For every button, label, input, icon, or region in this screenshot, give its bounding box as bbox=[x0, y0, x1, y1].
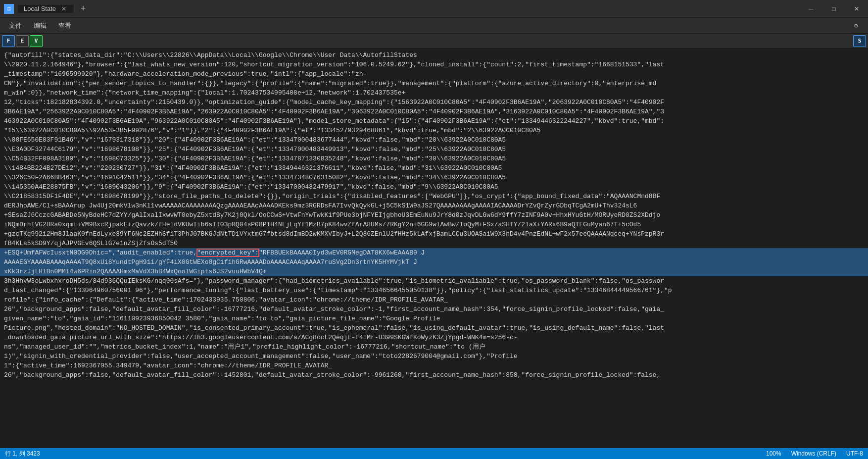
minimize-button[interactable]: ─ bbox=[800, 0, 822, 18]
code-line: _timestamp":"1696599920"},"hardware_acce… bbox=[0, 69, 868, 79]
status-bar: 行 1, 列 3423 100% Windows (CRLF) UTF-8 bbox=[0, 448, 868, 459]
code-line: \\2020.11.2.164946"},"browser":{"last_wh… bbox=[0, 60, 868, 69]
code-line: 3h3HhvW3oLwbxhxroDH5ds/84d936QQuIEksKG/n… bbox=[0, 276, 868, 286]
status-bar-right: 100% Windows (CRLF) UTF-8 bbox=[766, 450, 863, 457]
code-line: \\145350A4E28875FB","v":"1689043206"}},"… bbox=[0, 182, 868, 192]
cursor-position: 行 1, 列 3423 bbox=[5, 450, 40, 458]
code-line: _downloaded_gaia_picture_url_with_size":… bbox=[0, 333, 868, 342]
syntax-button[interactable]: S bbox=[853, 35, 866, 47]
code-line: dERJhoAWE/Cl+sBAAArup Jw4Uj20mkVlw3nKl1v… bbox=[0, 201, 868, 210]
code-line: \\E3A0DF32744C6179","v":"1698678108"}},"… bbox=[0, 145, 868, 154]
code-line: \\08FE650E83F91B46","v":"1679317318"}},"… bbox=[0, 135, 868, 145]
menu-file[interactable]: 文件 bbox=[4, 19, 27, 32]
code-line: 1)","signin_with_credential_provider":fa… bbox=[0, 352, 868, 361]
code-line: rofile":{"info_cache":{"Default":{"activ… bbox=[0, 295, 868, 305]
format-button[interactable]: F bbox=[2, 35, 15, 47]
settings-icon[interactable]: ⚙ bbox=[848, 18, 864, 34]
code-editor[interactable]: {"autofill":{"states_data_dir":"C:\\User… bbox=[0, 49, 868, 448]
new-tab-button[interactable]: + bbox=[76, 2, 90, 16]
code-line: 463922A0C010C80A5":"4F40902F3B6AE19A","9… bbox=[0, 116, 868, 126]
menu-view[interactable]: 查看 bbox=[53, 19, 76, 32]
code-line: \\C21858315DF1F4DE","v":"1698678199"}},"… bbox=[0, 192, 868, 201]
app-icon: ≡ bbox=[4, 4, 14, 14]
code-line: 1":{"active_time":1692367055.349479,"ava… bbox=[0, 361, 868, 370]
tab-title: Local State bbox=[24, 5, 56, 12]
view-button[interactable]: V bbox=[30, 35, 43, 47]
close-button[interactable]: ✕ bbox=[845, 0, 868, 18]
code-line: "15\\63922A0C010C80A5\\92A53F3B5F992876"… bbox=[0, 126, 868, 135]
code-line: 26","background_apps":false,"default_ava… bbox=[0, 370, 868, 380]
code-line: xKk3rzJjLHlBn0MMl4w6PRin2QAAAAHmxMaVdX3h… bbox=[0, 267, 868, 276]
code-line: CN"},"invalidation":{"per_sender_topics_… bbox=[0, 79, 868, 88]
toolbar: F E V S bbox=[0, 34, 868, 49]
code-line: +ESQ+UmfAFWcIusxtN0OG9Dhic=","audit_enab… bbox=[0, 248, 868, 257]
menu-edit[interactable]: 编辑 bbox=[29, 19, 51, 32]
window-controls: ─ □ ✕ bbox=[800, 0, 868, 17]
encoding: UTF-8 bbox=[846, 450, 863, 457]
code-line: 26","background_apps":false,"default_ava… bbox=[0, 305, 868, 314]
active-tab[interactable]: Local State ✕ bbox=[18, 5, 74, 13]
line-ending: Windows (CRLF) bbox=[791, 450, 836, 457]
code-line: Picture.png","hosted_domain":"NO_HOSTED_… bbox=[0, 323, 868, 333]
code-line: ns","managed_user_id":"","metrics_bucket… bbox=[0, 342, 868, 352]
zoom-level: 100% bbox=[766, 450, 781, 457]
title-bar: ≡ Local State ✕ + ─ □ ✕ bbox=[0, 0, 868, 18]
code-line: \\1484BB224B27DE12","v":"220230727"}},"3… bbox=[0, 163, 868, 173]
code-line: iNQmDrhIVG28Ra0xqmt+VM9BxcRjpakE+zQavzk/… bbox=[0, 220, 868, 229]
code-line: given_name":"to","gaia_id":"116110923936… bbox=[0, 314, 868, 323]
code-line: AAAAEGYAAAABAAAqAAAAT9Q8xUi8YundtPgH91i/… bbox=[0, 257, 868, 267]
menu-bar: 文件 编辑 查看 ⚙ bbox=[0, 18, 868, 34]
code-line: 3B6AE19A","2563922A0C010C80A5":"4F40902F… bbox=[0, 107, 868, 116]
code-line: d_last_changed":{"133064960756001 96"},"… bbox=[0, 286, 868, 295]
tab-area: Local State ✕ + bbox=[18, 2, 90, 16]
code-line: m_win":0}},"network_time":{"network_time… bbox=[0, 88, 868, 98]
encoding-button[interactable]: E bbox=[16, 35, 29, 47]
code-line: +SEsaZJ6CczcGABABDe5NyBdeHC7dZYY/gAlIxal… bbox=[0, 210, 868, 220]
code-line: \\C54B32FF098A3180","v":"1698073325"}},"… bbox=[0, 154, 868, 163]
code-line: fB4KLa5kSD9Y/qjAJPVGEv6QSLlG7e1nZSjZfsOs… bbox=[0, 239, 868, 248]
code-line: {"autofill":{"states_data_dir":"C:\\User… bbox=[0, 51, 868, 60]
code-line: 12,"ticks":182182834392.0,"uncertainty":… bbox=[0, 98, 868, 107]
code-line: +gzcTKq992i2Hm8JlaaK9fnEdLyxe89YF6Nc2EZH… bbox=[0, 229, 868, 239]
code-line: \\326C50F2A66BB463","v":"1691042511"}},"… bbox=[0, 173, 868, 182]
tab-close-button[interactable]: ✕ bbox=[60, 5, 68, 13]
content-area: {"autofill":{"states_data_dir":"C:\\User… bbox=[0, 49, 868, 448]
maximize-button[interactable]: □ bbox=[822, 0, 845, 18]
title-bar-left: ≡ Local State ✕ + bbox=[0, 2, 800, 16]
